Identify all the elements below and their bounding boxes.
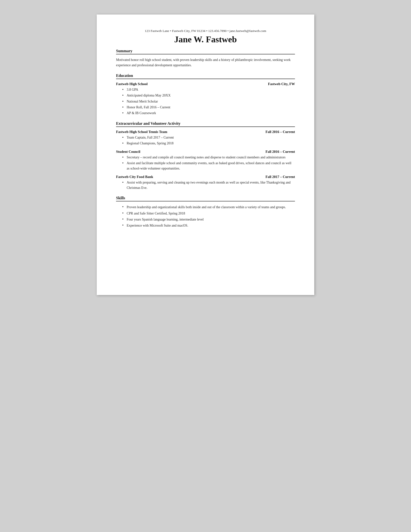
contact-info: 123 Fastweb Lane • Fastweb City, FW 0123… (116, 29, 295, 33)
resume-name: Jane W. Fastweb (116, 34, 295, 45)
school-location: Fastweb City, FW (268, 82, 295, 86)
tennis-dates: Fall 2016 – Current (265, 130, 295, 134)
extracurricular-entry-council: Student Council Fall 2016 – Current Secr… (116, 150, 295, 171)
bullet-item: Assist with preparing, serving and clean… (123, 180, 295, 191)
council-header: Student Council Fall 2016 – Current (116, 150, 295, 154)
foodbank-dates: Fall 2017 – Current (265, 175, 295, 179)
skills-title: Skills (116, 196, 295, 201)
bullet-item: Regional Champions, Spring 2018 (123, 141, 295, 146)
skills-section: Skills Proven leadership and organizatio… (116, 196, 295, 228)
summary-text: Motivated honor roll high school student… (116, 57, 295, 68)
skill-item: Four years Spanish language learning, in… (123, 217, 295, 222)
summary-title: Summary (116, 49, 295, 54)
bullet-item: Team Captain, Fall 2017 – Current (123, 135, 295, 140)
extracurricular-section: Extracurricular and Volunteer Activity F… (116, 121, 295, 191)
summary-section: Summary Motivated honor roll high school… (116, 49, 295, 68)
skill-item: Experience with Microsoft Suite and macO… (123, 223, 295, 228)
council-dates: Fall 2016 – Current (265, 150, 295, 154)
extracurricular-entry-foodbank: Fastweb City Food Bank Fall 2017 – Curre… (116, 175, 295, 191)
skills-bullets: Proven leadership and organizational ski… (116, 204, 295, 228)
council-org: Student Council (116, 150, 140, 154)
bullet-item: Secretary – record and compile all counc… (123, 155, 295, 160)
education-bullets: 3.8 GPA Anticipated diploma May 20XX Nat… (116, 87, 295, 116)
skill-item: Proven leadership and organizational ski… (123, 204, 295, 210)
foodbank-org: Fastweb City Food Bank (116, 175, 153, 179)
education-section: Education Fastweb High School Fastweb Ci… (116, 74, 295, 116)
bullet-item: AP & IB Coursework (123, 111, 295, 116)
tennis-header: Fastweb High School Tennis Team Fall 201… (116, 130, 295, 134)
bullet-item: National Merit Scholar (123, 99, 295, 104)
council-bullets: Secretary – record and compile all counc… (116, 155, 295, 171)
extracurricular-title: Extracurricular and Volunteer Activity (116, 121, 295, 127)
bullet-item: 3.8 GPA (123, 87, 295, 92)
foodbank-header: Fastweb City Food Bank Fall 2017 – Curre… (116, 175, 295, 179)
education-entry: Fastweb High School Fastweb City, FW 3.8… (116, 82, 295, 116)
foodbank-bullets: Assist with preparing, serving and clean… (116, 180, 295, 191)
resume-page: 123 Fastweb Lane • Fastweb City, FW 0123… (97, 15, 314, 295)
tennis-org: Fastweb High School Tennis Team (116, 130, 167, 134)
bullet-item: Assist and facilitate multiple school an… (123, 161, 295, 171)
education-entry-header: Fastweb High School Fastweb City, FW (116, 82, 295, 86)
tennis-bullets: Team Captain, Fall 2017 – Current Region… (116, 135, 295, 146)
bullet-item: Anticipated diploma May 20XX (123, 93, 295, 98)
education-title: Education (116, 74, 295, 79)
bullet-item: Honor Roll, Fall 2016 – Current (123, 105, 295, 110)
skill-item: CPR and Safe Sitter Certified, Spring 20… (123, 211, 295, 216)
school-name: Fastweb High School (116, 82, 148, 86)
extracurricular-entry-tennis: Fastweb High School Tennis Team Fall 201… (116, 130, 295, 146)
